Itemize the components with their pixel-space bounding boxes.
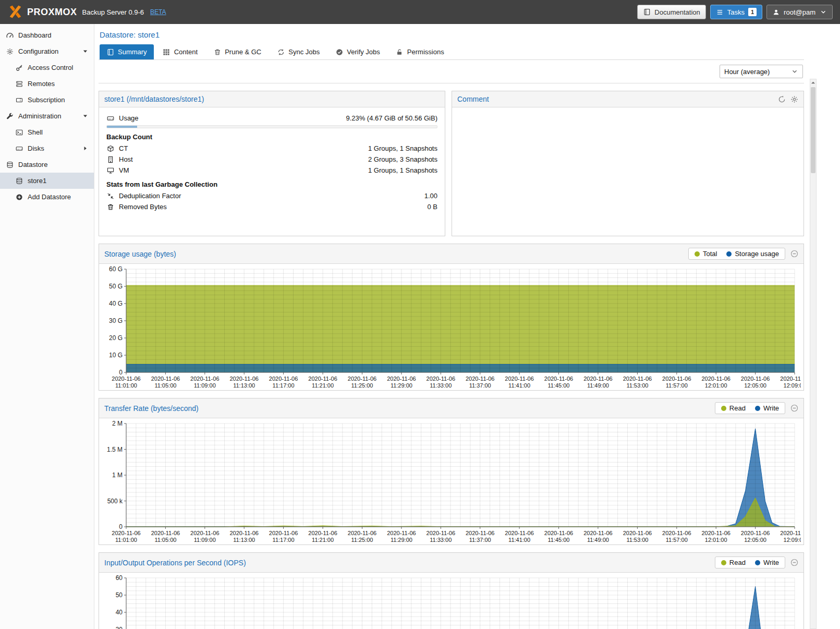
sidebar-item-remotes[interactable]: Remotes bbox=[0, 76, 94, 92]
host-icon bbox=[106, 155, 114, 163]
subscription-icon bbox=[15, 96, 23, 104]
iops-legend: ReadWrite bbox=[715, 557, 785, 568]
sidebar-item-configuration[interactable]: Configuration bbox=[0, 43, 94, 59]
svg-text:12:01:00: 12:01:00 bbox=[705, 537, 727, 543]
svg-text:2020-11-06: 2020-11-06 bbox=[505, 530, 533, 536]
svg-text:12:01:00: 12:01:00 bbox=[705, 382, 727, 389]
svg-text:2020-11-06: 2020-11-06 bbox=[151, 376, 180, 382]
tab-sync-jobs[interactable]: Sync Jobs bbox=[270, 44, 326, 59]
sidebar-item-label: Subscription bbox=[28, 96, 65, 104]
scrollbar-thumb[interactable] bbox=[811, 87, 815, 173]
info-row-deduplication-factor: Deduplication Factor1.00 bbox=[106, 190, 437, 201]
info-row-vm: VM1 Groups, 1 Snapshots bbox=[106, 165, 437, 176]
collapse-icon[interactable] bbox=[790, 404, 798, 412]
svg-text:20 G: 20 G bbox=[109, 334, 123, 342]
legend-dot bbox=[755, 406, 760, 411]
sidebar-item-subscription[interactable]: Subscription bbox=[0, 92, 94, 108]
revert-icon[interactable] bbox=[778, 95, 786, 103]
verify-icon bbox=[335, 48, 343, 56]
sidebar-item-add-datastore[interactable]: Add Datastore bbox=[0, 189, 94, 205]
sidebar-item-label: Datastore bbox=[18, 161, 47, 168]
svg-text:0: 0 bbox=[119, 523, 123, 530]
svg-text:11:25:00: 11:25:00 bbox=[351, 382, 373, 389]
dedup-icon bbox=[106, 192, 114, 200]
svg-text:11:13:00: 11:13:00 bbox=[233, 537, 255, 543]
tab-permissions[interactable]: Permissions bbox=[389, 44, 451, 59]
svg-text:2020-11-06: 2020-11-06 bbox=[190, 530, 219, 536]
svg-text:2020-11-06: 2020-11-06 bbox=[229, 376, 258, 382]
svg-text:40 G: 40 G bbox=[109, 300, 123, 307]
comment-body[interactable] bbox=[452, 107, 804, 118]
datastore-info-panel: store1 (/mnt/datastores/store1) Usage 9.… bbox=[99, 91, 445, 236]
tab-prune-gc[interactable]: Prune & GC bbox=[206, 44, 268, 59]
backup-count-heading: Backup Count bbox=[106, 133, 437, 141]
collapse-icon[interactable] bbox=[790, 250, 798, 258]
main-content: Datastore: store1 SummaryContentPrune & … bbox=[94, 24, 840, 629]
caret-right-icon bbox=[81, 144, 89, 152]
info-row-value: 1 Groups, 1 Snapshots bbox=[368, 144, 437, 152]
svg-text:2020-11-06: 2020-11-06 bbox=[623, 376, 652, 382]
chart-toolbar: Hour (average) bbox=[99, 60, 804, 83]
sidebar-item-access-control[interactable]: Access Control bbox=[0, 59, 94, 76]
svg-text:2 M: 2 M bbox=[112, 420, 123, 427]
sync-icon bbox=[277, 48, 285, 56]
info-row-label: VM bbox=[119, 166, 129, 174]
svg-text:12:05:00: 12:05:00 bbox=[744, 537, 766, 543]
permissions-icon bbox=[396, 48, 404, 56]
sidebar-item-label: Dashboard bbox=[18, 31, 52, 39]
tab-content[interactable]: Content bbox=[156, 44, 205, 59]
legend-dot bbox=[695, 251, 700, 257]
usage-value: 9.23% (4.67 GiB of 50.56 GiB) bbox=[346, 114, 437, 122]
svg-text:11:37:00: 11:37:00 bbox=[469, 382, 491, 389]
scrollbar[interactable] bbox=[810, 79, 817, 629]
tab-summary[interactable]: Summary bbox=[100, 44, 154, 59]
iops-panel: Input/Output Operations per Second (IOPS… bbox=[99, 552, 804, 629]
info-row-label: Deduplication Factor bbox=[119, 192, 181, 200]
svg-text:2020-11-06: 2020-11-06 bbox=[780, 376, 801, 382]
legend-item-total[interactable]: Total bbox=[695, 250, 717, 258]
sidebar-item-label: Administration bbox=[18, 112, 61, 120]
legend-item-storage-usage[interactable]: Storage usage bbox=[726, 250, 779, 258]
svg-text:2020-11-06: 2020-11-06 bbox=[348, 376, 376, 382]
collapse-icon[interactable] bbox=[790, 559, 798, 566]
sidebar-item-disks[interactable]: Disks bbox=[0, 140, 94, 156]
proxmox-logo-icon bbox=[7, 5, 23, 19]
sidebar-item-label: Disks bbox=[28, 144, 44, 152]
sidebar-item-store1[interactable]: store1 bbox=[0, 173, 94, 189]
legend-dot bbox=[755, 560, 760, 565]
sidebar-item-administration[interactable]: Administration bbox=[0, 108, 94, 124]
add-datastore-icon bbox=[15, 193, 23, 201]
legend-label: Storage usage bbox=[735, 250, 779, 258]
settings-icon[interactable] bbox=[790, 95, 798, 103]
sidebar-item-label: Access Control bbox=[28, 64, 73, 71]
svg-text:1 M: 1 M bbox=[112, 471, 123, 479]
tasks-button[interactable]: Tasks 1 bbox=[710, 5, 762, 19]
sidebar-item-dashboard[interactable]: Dashboard bbox=[0, 27, 94, 43]
svg-text:30 G: 30 G bbox=[109, 317, 123, 324]
sidebar-item-datastore[interactable]: Datastore bbox=[0, 156, 94, 173]
user-menu-button[interactable]: root@pam bbox=[766, 5, 833, 19]
sidebar-item-shell[interactable]: Shell bbox=[0, 124, 94, 140]
storage-usage-legend: TotalStorage usage bbox=[688, 248, 785, 260]
svg-text:2020-11-06: 2020-11-06 bbox=[112, 530, 140, 536]
info-row-value: 1 Groups, 1 Snapshots bbox=[368, 166, 437, 174]
svg-text:2020-11-06: 2020-11-06 bbox=[269, 376, 298, 382]
svg-text:2020-11-06: 2020-11-06 bbox=[623, 530, 652, 536]
usage-label: Usage bbox=[119, 114, 139, 122]
legend-item-write[interactable]: Write bbox=[755, 404, 779, 412]
legend-item-read[interactable]: Read bbox=[721, 559, 746, 566]
gc-heading: Stats from last Garbage Collection bbox=[106, 180, 437, 188]
legend-item-write[interactable]: Write bbox=[755, 559, 779, 566]
sidebar-item-label: Add Datastore bbox=[28, 193, 71, 201]
tab-verify-jobs[interactable]: Verify Jobs bbox=[328, 44, 387, 59]
access-control-icon bbox=[15, 64, 23, 71]
time-range-select[interactable]: Hour (average) bbox=[720, 65, 803, 78]
documentation-button[interactable]: Documentation bbox=[637, 5, 705, 19]
tasks-icon bbox=[716, 8, 724, 16]
top-bar: PROXMOX Backup Server 0.9-6 BETA Documen… bbox=[0, 0, 840, 24]
svg-text:11:57:00: 11:57:00 bbox=[666, 382, 688, 389]
scroll-up-icon bbox=[811, 80, 815, 85]
beta-link[interactable]: BETA bbox=[150, 8, 166, 16]
scroll-up-button[interactable] bbox=[810, 79, 816, 86]
legend-item-read[interactable]: Read bbox=[721, 404, 746, 412]
